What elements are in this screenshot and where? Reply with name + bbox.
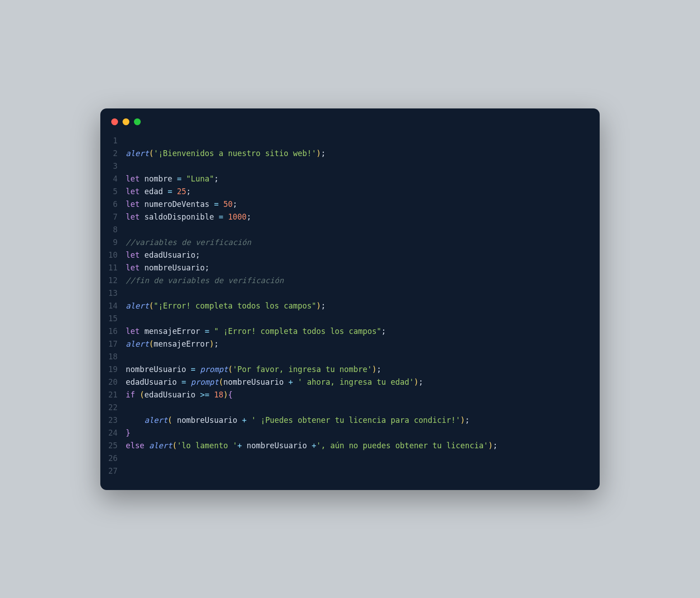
code-line: 26 bbox=[100, 452, 600, 465]
code-line: 27 bbox=[100, 465, 600, 477]
code-line: 9//variables de verificación bbox=[100, 236, 600, 249]
code-line: 22 bbox=[100, 401, 600, 414]
code-line: 12//fin de variables de verificación bbox=[100, 274, 600, 287]
window-titlebar bbox=[100, 108, 600, 132]
code-line: 17alert(mensajeError); bbox=[100, 338, 600, 350]
line-number: 24 bbox=[100, 426, 126, 439]
line-number: 5 bbox=[100, 185, 126, 198]
code-line: 4let nombre = "Luna"; bbox=[100, 172, 600, 185]
minimize-icon[interactable] bbox=[123, 118, 129, 125]
code-line: 18 bbox=[100, 350, 600, 363]
line-number: 26 bbox=[100, 452, 126, 465]
code-line: 16let mensajeError = " ¡Error! completa … bbox=[100, 325, 600, 338]
line-number: 19 bbox=[100, 363, 126, 376]
line-number: 10 bbox=[100, 249, 126, 261]
code-line: 6let numeroDeVentas = 50; bbox=[100, 198, 600, 211]
code-line: 20edadUsuario = prompt(nombreUsuario + '… bbox=[100, 376, 600, 388]
line-number: 15 bbox=[100, 312, 126, 325]
code-line: 7let saldoDisponible = 1000; bbox=[100, 211, 600, 223]
line-number: 6 bbox=[100, 198, 126, 211]
line-number: 25 bbox=[100, 439, 126, 452]
line-number: 1 bbox=[100, 134, 126, 147]
line-number: 16 bbox=[100, 325, 126, 338]
code-window: 1 2alert('¡Bienvenidos a nuestro sitio w… bbox=[100, 108, 600, 490]
line-number: 18 bbox=[100, 350, 126, 363]
line-number: 27 bbox=[100, 465, 126, 477]
code-line: 10let edadUsuario; bbox=[100, 249, 600, 261]
code-line: 21if (edadUsuario >= 18){ bbox=[100, 388, 600, 401]
code-line: 8 bbox=[100, 223, 600, 236]
line-number: 13 bbox=[100, 287, 126, 299]
close-icon[interactable] bbox=[111, 118, 118, 125]
line-number: 8 bbox=[100, 223, 126, 236]
code-line: 23 alert( nombreUsuario + ' ¡Puedes obte… bbox=[100, 414, 600, 426]
line-number: 3 bbox=[100, 160, 126, 172]
code-line: 13 bbox=[100, 287, 600, 299]
code-line: 11let nombreUsuario; bbox=[100, 261, 600, 274]
code-line: 24} bbox=[100, 426, 600, 439]
line-number: 22 bbox=[100, 401, 126, 414]
code-line: 15 bbox=[100, 312, 600, 325]
line-number: 9 bbox=[100, 236, 126, 249]
code-line: 2alert('¡Bienvenidos a nuestro sitio web… bbox=[100, 147, 600, 160]
line-number: 2 bbox=[100, 147, 126, 160]
line-number: 14 bbox=[100, 299, 126, 312]
line-number: 7 bbox=[100, 211, 126, 223]
line-number: 4 bbox=[100, 172, 126, 185]
code-line: 19nombreUsuario = prompt('Por favor, ing… bbox=[100, 363, 600, 376]
line-number: 11 bbox=[100, 261, 126, 274]
code-line: 1 bbox=[100, 134, 600, 147]
code-line: 3 bbox=[100, 160, 600, 172]
line-number: 12 bbox=[100, 274, 126, 287]
line-number: 20 bbox=[100, 376, 126, 388]
code-line: 25else alert('lo lamento '+ nombreUsuari… bbox=[100, 439, 600, 452]
line-number: 23 bbox=[100, 414, 126, 426]
zoom-icon[interactable] bbox=[134, 118, 141, 125]
code-line: 14alert("¡Error! completa todos los camp… bbox=[100, 299, 600, 312]
line-number: 17 bbox=[100, 338, 126, 350]
line-number: 21 bbox=[100, 388, 126, 401]
code-line: 5let edad = 25; bbox=[100, 185, 600, 198]
code-editor[interactable]: 1 2alert('¡Bienvenidos a nuestro sitio w… bbox=[100, 132, 600, 477]
